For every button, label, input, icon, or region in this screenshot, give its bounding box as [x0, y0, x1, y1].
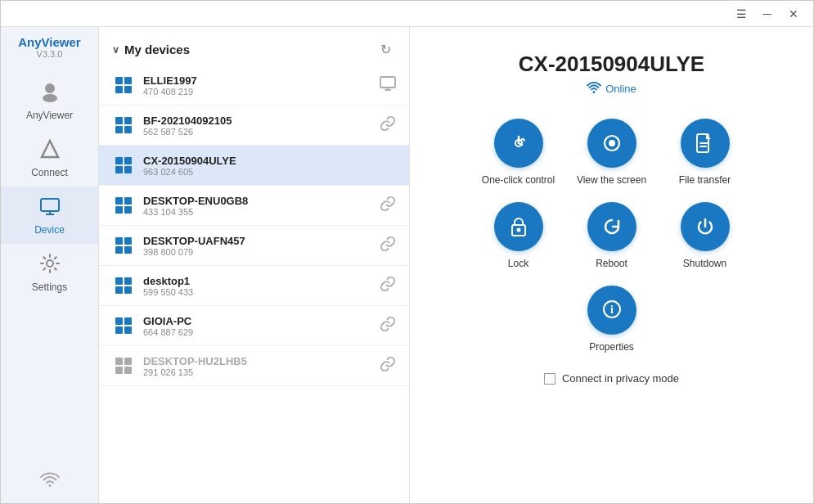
shutdown-action[interactable]: Shutdown — [668, 202, 742, 269]
device-icon — [38, 195, 61, 221]
svg-point-11 — [593, 91, 596, 93]
device-item-desktop1[interactable]: desktop1 599 550 433 — [99, 266, 409, 306]
link-action-icon — [380, 196, 396, 215]
properties-label: Properties — [589, 341, 634, 353]
lock-button[interactable] — [494, 202, 543, 251]
sidebar-item-settings-label: Settings — [32, 281, 67, 293]
sidebar-item-settings[interactable]: Settings — [1, 244, 98, 301]
title-bar: ☰ ─ ✕ — [1, 1, 813, 27]
device-info: BF-202104092105 562 587 526 — [143, 115, 380, 137]
online-label: Online — [605, 83, 636, 95]
one-click-label: One-click control — [482, 174, 555, 186]
svg-rect-3 — [41, 199, 59, 211]
device-os-icon — [112, 354, 135, 377]
wifi-online-icon — [587, 82, 601, 96]
anyviewer-icon — [38, 80, 61, 106]
privacy-mode[interactable]: Connect in privacy mode — [544, 372, 679, 385]
file-transfer-label: File transfer — [679, 174, 731, 186]
sidebar-item-anyviewer-label: AnyViewer — [26, 110, 73, 121]
device-info: CX-20150904ULYE 963 024 605 — [143, 155, 396, 177]
sidebar: AnyViewer V3.3.0 AnyViewer Connect — [1, 27, 99, 503]
reboot-button[interactable] — [587, 202, 636, 251]
detail-device-name: CX-20150904ULYE — [519, 52, 704, 77]
svg-point-1 — [43, 94, 57, 102]
device-item-gioia[interactable]: GIOIA-PC 664 887 629 — [99, 306, 409, 346]
properties-button[interactable]: i — [587, 286, 636, 335]
actions-grid: One-click control View the screen — [426, 119, 797, 353]
device-item-desktop-uafn[interactable]: DESKTOP-UAFN457 398 800 079 — [99, 226, 409, 266]
svg-point-0 — [45, 83, 55, 93]
lock-action[interactable]: Lock — [482, 202, 555, 269]
svg-point-20 — [516, 228, 520, 232]
device-info: DESKTOP-ENU0GB8 433 104 355 — [143, 195, 380, 217]
device-list-panel: ∨ My devices ↻ ELLIE1997 470 408 219 BF-… — [99, 27, 410, 503]
view-screen-label: View the screen — [577, 174, 646, 186]
device-os-icon — [112, 114, 135, 137]
privacy-mode-label: Connect in privacy mode — [562, 372, 679, 385]
close-button[interactable]: ✕ — [780, 1, 807, 27]
section-label: My devices — [124, 43, 190, 56]
device-os-icon — [112, 194, 135, 217]
actions-row-2: Lock Reboot — [482, 202, 742, 269]
properties-action[interactable]: i Properties — [575, 286, 649, 353]
device-info: GIOIA-PC 664 887 629 — [143, 315, 380, 337]
device-item-desktop-enu[interactable]: DESKTOP-ENU0GB8 433 104 355 — [99, 186, 409, 226]
link-action-icon — [380, 115, 396, 135]
shutdown-label: Shutdown — [683, 258, 726, 269]
device-os-icon — [112, 74, 135, 97]
app-name: AnyViewer — [18, 35, 80, 49]
svg-rect-8 — [380, 77, 395, 88]
device-item-desktop-hu2[interactable]: DESKTOP-HU2LHB5 291 026 135 — [99, 346, 409, 386]
shutdown-button[interactable] — [681, 202, 730, 251]
device-os-icon — [112, 234, 135, 257]
reboot-label: Reboot — [596, 258, 627, 269]
menu-button[interactable]: ☰ — [728, 1, 754, 27]
device-os-icon — [112, 274, 135, 297]
sidebar-item-connect-label: Connect — [31, 167, 68, 178]
one-click-button[interactable] — [494, 119, 543, 168]
sidebar-item-anyviewer[interactable]: AnyViewer — [1, 72, 98, 129]
device-list-header: ∨ My devices ↻ — [99, 27, 409, 65]
connect-icon — [38, 137, 61, 164]
device-os-icon — [112, 314, 135, 337]
device-info: desktop1 599 550 433 — [143, 275, 380, 297]
link-action-icon — [380, 316, 396, 335]
link-action-icon — [380, 356, 396, 376]
file-transfer-button[interactable] — [681, 119, 730, 168]
sidebar-item-connect[interactable]: Connect — [1, 129, 98, 187]
minimize-button[interactable]: ─ — [754, 1, 780, 27]
detail-panel: CX-20150904ULYE Online — [410, 27, 813, 503]
device-item-cx[interactable]: CX-20150904ULYE 963 024 605 — [99, 146, 409, 186]
sidebar-item-device-label: Device — [34, 224, 65, 236]
monitor-action-icon — [380, 76, 396, 95]
settings-icon — [38, 252, 61, 278]
link-action-icon — [380, 276, 396, 295]
device-info: DESKTOP-HU2LHB5 291 026 135 — [143, 355, 380, 377]
device-item-ellie1997[interactable]: ELLIE1997 470 408 219 — [99, 65, 409, 106]
chevron-icon: ∨ — [112, 44, 119, 56]
one-click-action[interactable]: One-click control — [482, 119, 555, 186]
link-action-icon — [380, 236, 396, 255]
svg-point-6 — [47, 260, 53, 267]
device-info: DESKTOP-UAFN457 398 800 079 — [143, 235, 380, 257]
sidebar-item-device[interactable]: Device — [1, 187, 98, 244]
svg-marker-2 — [42, 141, 58, 157]
svg-text:i: i — [610, 304, 614, 316]
svg-point-15 — [609, 140, 615, 146]
app-body: AnyViewer V3.3.0 AnyViewer Connect — [1, 27, 813, 503]
sidebar-logo: AnyViewer V3.3.0 — [18, 35, 80, 59]
app-version: V3.3.0 — [18, 49, 80, 59]
detail-status: Online — [587, 82, 636, 96]
file-transfer-action[interactable]: File transfer — [668, 119, 742, 186]
device-info: ELLIE1997 470 408 219 — [143, 74, 380, 97]
actions-row-1: One-click control View the screen — [482, 119, 742, 186]
wifi-icon[interactable] — [40, 470, 60, 493]
reboot-action[interactable]: Reboot — [575, 202, 649, 269]
view-screen-action[interactable]: View the screen — [575, 119, 649, 186]
device-item-bf[interactable]: BF-202104092105 562 587 526 — [99, 106, 409, 146]
privacy-checkbox[interactable] — [544, 373, 555, 385]
view-screen-button[interactable] — [587, 119, 636, 168]
refresh-button[interactable]: ↻ — [376, 40, 396, 59]
device-os-icon — [112, 154, 135, 177]
lock-label: Lock — [508, 258, 528, 269]
